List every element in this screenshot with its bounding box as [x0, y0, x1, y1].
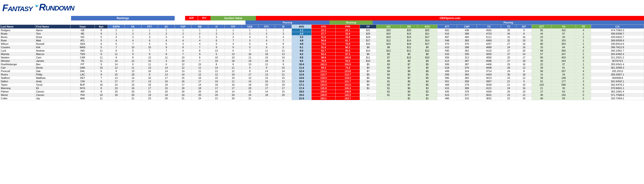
table-cell: 14: [192, 83, 208, 86]
table-cell: 11: [225, 66, 242, 70]
table-cell: Wentz: [0, 93, 36, 97]
table-cell: 396.7/612.6: [591, 46, 644, 49]
table-cell: $4: [376, 76, 401, 80]
table-cell: 2: [192, 32, 208, 36]
table-cell: $4: [376, 70, 401, 73]
table-cell: 8: [124, 56, 141, 59]
table-cell: 17.1: [292, 83, 311, 86]
table-cell: 2: [576, 52, 591, 56]
table-cell: 41.6: [311, 36, 336, 39]
table-cell: 5: [158, 42, 175, 46]
table-cell: 32.4: [336, 32, 360, 36]
table-cell: 27: [501, 52, 516, 56]
page-container: FANTASY 🐦 RUNDOWN Rankings ADP FFC Aucti…: [0, 0, 644, 184]
table-cell: 9: [258, 46, 275, 49]
table-row: CutlerJayMIA11-2123202124212021--21.9160…: [0, 97, 644, 100]
table-cell: 27.7: [311, 32, 336, 36]
table-cell: Russell: [35, 42, 70, 46]
table-cell: 97: [552, 32, 576, 36]
table-cell: 40: [532, 97, 552, 100]
table-cell: 16: [516, 36, 532, 39]
table-cell: 61.7: [336, 39, 360, 42]
table-cell: 4420: [477, 73, 501, 76]
table-cell: 312: [457, 56, 477, 59]
table-cell: 18: [158, 93, 175, 97]
table-cell: 13: [225, 52, 242, 56]
table-cell: 18: [258, 93, 275, 97]
table-cell: 2: [158, 32, 175, 36]
table-row: TaylorTyrodBUF16161518191714181618201817…: [0, 83, 644, 86]
table-cell: 14: [242, 80, 258, 83]
table-cell: $4: [360, 80, 376, 83]
table-cell: Philip: [35, 73, 70, 76]
table-cell: 56: [532, 70, 552, 73]
table-cell: 7: [158, 49, 175, 52]
cbssports-band: CBSSports.com: [256, 16, 644, 20]
table-cell: 16: [95, 83, 108, 86]
table-cell: 15.0: [292, 80, 311, 83]
table-cell: 17: [516, 56, 532, 59]
table-cell: 11: [108, 52, 125, 56]
table-cell: 16: [516, 42, 532, 46]
table-cell: 78.9: [311, 59, 336, 63]
table-cell: 13: [108, 76, 125, 80]
table-cell: $8: [376, 46, 401, 49]
table-cell: $6: [400, 86, 417, 90]
table-cell: 4092: [477, 56, 501, 59]
table-cell: 9: [108, 70, 125, 73]
col-ca: C/A: [591, 25, 644, 28]
table-cell: 4: [258, 42, 275, 46]
table-cell: 22: [532, 63, 552, 66]
table-cell: 687: [437, 36, 457, 39]
table-cell: 15: [275, 66, 292, 70]
table-cell: 24: [242, 93, 258, 97]
table-cell: 6: [95, 42, 108, 46]
table-cell: 4: [192, 39, 208, 42]
table-cell: 2: [242, 32, 258, 36]
table-cell: Ben: [35, 63, 70, 66]
table-cell: 5: [242, 66, 258, 70]
table-cell: Aaron: [35, 28, 70, 32]
table-cell: 1: [141, 28, 158, 32]
table-cell: 5111: [477, 36, 501, 39]
col-yi: YI: [208, 25, 225, 28]
table-cell: 1: [242, 28, 258, 32]
table-cell: 88.9: [311, 56, 336, 59]
table-cell: 2: [108, 28, 125, 32]
table-cell: 69.3: [311, 66, 336, 70]
table-cell: 17: [141, 86, 158, 90]
col-fft: FFT: [141, 25, 158, 28]
table-cell: 16: [242, 52, 258, 56]
table-cell: 9: [516, 80, 532, 83]
table-cell: 3714: [477, 70, 501, 73]
table-cell: 5: [95, 39, 108, 42]
table-cell: Carson: [35, 93, 70, 97]
table-cell: 20: [275, 93, 292, 97]
table-cell: 3: [141, 36, 158, 39]
table-cell: 11: [95, 49, 108, 52]
table-row: CousinsKirkWAS571015987995958.191.088.3$…: [0, 46, 644, 49]
table-cell: 145.9: [311, 90, 336, 93]
table-cell: 14: [516, 52, 532, 56]
table-cell: $5: [400, 73, 417, 76]
table-cell: 5: [95, 36, 108, 39]
table-cell: 17.4: [292, 86, 311, 90]
table-cell: 358: [457, 80, 477, 83]
table-cell: 24: [501, 86, 516, 90]
table-cell: 8: [275, 42, 292, 46]
table-cell: 10: [95, 66, 108, 70]
table-cell: 10: [124, 46, 141, 49]
table-cell: 590: [552, 83, 576, 86]
table-cell: 8: [516, 32, 532, 36]
table-cell: 74.5: [311, 42, 336, 46]
table-cell: 102.3: [311, 63, 336, 66]
table-cell: 18: [108, 93, 125, 97]
table-cell: 4: [576, 46, 591, 49]
table-cell: 15: [124, 83, 141, 86]
table-cell: 0: [576, 86, 591, 90]
table-cell: 21: [275, 49, 292, 52]
table-cell: 2: [225, 32, 242, 36]
table-cell: 10: [208, 59, 225, 63]
table-cell: $9: [400, 52, 417, 56]
table-cell: 21: [208, 97, 225, 100]
